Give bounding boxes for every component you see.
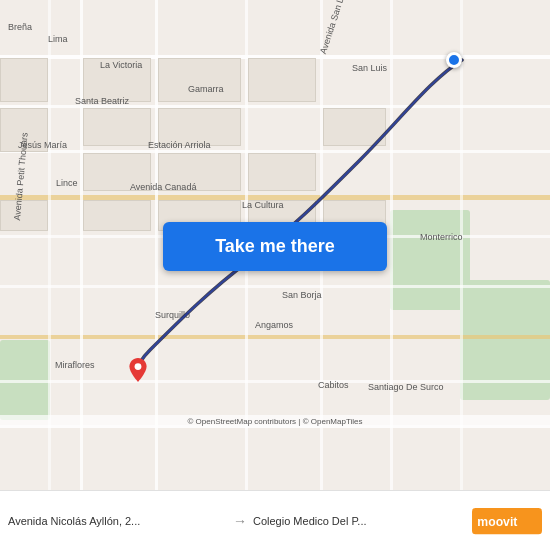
label-santabeatriz: Santa Beatriz — [75, 96, 129, 106]
label-angamos: Angamos — [255, 320, 293, 330]
label-miraflores: Miraflores — [55, 360, 95, 370]
bottom-bar: Avenida Nicolás Ayllón, 2... → Colegio M… — [0, 490, 550, 550]
arrow-icon: → — [233, 513, 247, 529]
label-lima: Lima — [48, 34, 68, 44]
origin-label: Avenida Nicolás Ayllón, 2... — [8, 515, 227, 527]
label-brena: Breña — [8, 22, 32, 32]
label-surquillo: Surquillo — [155, 310, 190, 320]
map-attribution: © OpenStreetMap contributors | © OpenMap… — [0, 415, 550, 428]
label-monterrico: Monterrico — [420, 232, 463, 242]
map-container: Lima La Victoria Gamarra San Luis Breña … — [0, 0, 550, 490]
label-sanluis: San Luis — [352, 63, 387, 73]
label-gamarra: Gamarra — [188, 84, 224, 94]
label-surco: Santiago De Surco — [368, 382, 444, 392]
label-lacultura: La Cultura — [242, 200, 284, 210]
label-sanborja: San Borja — [282, 290, 322, 300]
moovit-logo: moovit — [472, 506, 542, 536]
destination-marker — [128, 358, 148, 382]
label-arriola: Estación Arriola — [148, 140, 211, 150]
label-lince: Lince — [56, 178, 78, 188]
label-lavictoria: La Victoria — [100, 60, 142, 70]
destination-label: Colegio Medico Del P... — [253, 515, 472, 527]
svg-point-0 — [135, 363, 142, 370]
park-area — [390, 210, 470, 310]
svg-text:moovit: moovit — [477, 515, 517, 529]
destination-text: Colegio Medico Del P... — [253, 515, 472, 527]
origin-text: Avenida Nicolás Ayllón, 2... — [8, 515, 227, 527]
origin-marker — [446, 52, 462, 68]
label-canada: Avenida Canadá — [130, 182, 196, 192]
label-cabitos: Cabitos — [318, 380, 349, 390]
take-me-there-button[interactable]: Take me there — [163, 222, 387, 271]
